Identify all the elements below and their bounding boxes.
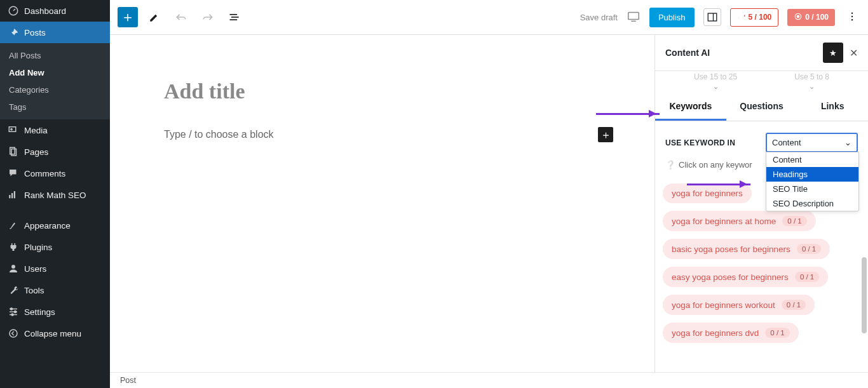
chart-up-icon — [737, 12, 746, 23]
pages-icon — [8, 146, 19, 157]
wrench-icon — [8, 284, 19, 296]
user-icon — [8, 263, 19, 274]
sidebar-item-rank-math[interactable]: Rank Math SEO — [0, 184, 110, 206]
tab-questions[interactable]: Questions — [726, 93, 797, 121]
option-content[interactable]: Content — [766, 152, 858, 167]
settings-toggle-button[interactable] — [703, 8, 721, 26]
publish-button[interactable]: Publish — [649, 8, 695, 27]
keyword-pill[interactable]: yoga for beginners — [663, 184, 752, 203]
block-editor-placeholder[interactable]: Type / to choose a block ＋ — [164, 129, 600, 140]
sidebar-label: Comments — [24, 169, 65, 178]
keyword-location-dropdown: Content Headings SEO Title SEO Descripti… — [766, 152, 859, 211]
option-seo-title[interactable]: SEO Title — [766, 182, 858, 196]
dashboard-icon — [8, 5, 19, 17]
svg-point-12 — [11, 308, 13, 310]
keyword-text: basic yoga poses for beginners — [672, 244, 790, 254]
sidebar-item-posts[interactable]: Posts — [0, 22, 110, 43]
save-draft-button[interactable]: Save draft — [580, 13, 618, 22]
annotation-arrow — [596, 113, 660, 115]
breadcrumb[interactable]: Post — [120, 376, 136, 385]
svg-rect-19 — [628, 12, 639, 19]
svg-point-8 — [11, 265, 15, 269]
brush-icon — [8, 220, 19, 231]
editor-bottom-bar: Post — [110, 372, 868, 388]
media-icon — [8, 124, 19, 136]
sidebar-item-pages[interactable]: Pages — [0, 141, 110, 163]
chevron-down-icon: ⌄ — [844, 138, 851, 147]
tab-keywords[interactable]: Keywords — [655, 93, 726, 121]
chevron-down-icon[interactable]: ⌄ — [794, 83, 829, 91]
undo-button[interactable] — [171, 7, 191, 27]
keyword-location-select[interactable]: Content ⌄ — [766, 133, 858, 152]
sidebar-item-plugins[interactable]: Plugins — [0, 236, 110, 258]
panel-tabs: Keywords Questions Links — [655, 93, 868, 121]
preview-button[interactable] — [627, 10, 641, 25]
sidebar-separator — [0, 206, 110, 215]
scrollbar-thumb[interactable] — [862, 257, 867, 333]
sidebar-item-media[interactable]: Media — [0, 119, 110, 141]
svg-point-25 — [851, 12, 853, 13]
redo-button[interactable] — [198, 7, 218, 27]
svg-rect-7 — [14, 191, 15, 198]
annotation-arrow — [687, 184, 750, 185]
option-seo-description[interactable]: SEO Description — [766, 196, 858, 211]
sidebar-label: Collapse menu — [24, 329, 81, 338]
svg-point-13 — [15, 311, 17, 313]
edit-tool-button[interactable] — [144, 7, 165, 27]
seo-score-pill[interactable]: 5 / 100 — [730, 8, 779, 27]
keyword-pill[interactable]: basic yoga poses for beginners 0 / 1 — [663, 239, 830, 259]
keyword-pill[interactable]: easy yoga poses for beginners 0 / 1 — [663, 267, 828, 287]
svg-rect-5 — [9, 195, 10, 198]
tab-links[interactable]: Links — [797, 93, 868, 121]
sidebar-sub-all-posts[interactable]: All Posts — [0, 47, 110, 64]
sidebar-item-tools[interactable]: Tools — [0, 279, 110, 301]
panel-title: Content AI — [665, 48, 710, 58]
keyword-text: yoga for beginners at home — [672, 217, 776, 226]
keyword-text: yoga for beginners workout — [672, 300, 775, 310]
svg-point-24 — [797, 15, 800, 18]
svg-rect-21 — [708, 13, 717, 21]
sidebar-sub-tags[interactable]: Tags — [0, 98, 110, 116]
content-ai-score-pill[interactable]: 0 / 100 — [787, 9, 835, 26]
keyword-pill[interactable]: yoga for beginners workout 0 / 1 — [663, 295, 815, 315]
sidebar-sub-categories[interactable]: Categories — [0, 81, 110, 98]
sidebar-label: Users — [24, 264, 46, 274]
keyword-pill[interactable]: yoga for beginners at home 0 / 1 — [663, 211, 816, 231]
sidebar-label: Appearance — [24, 221, 71, 231]
sidebar-item-dashboard[interactable]: Dashboard — [0, 0, 110, 22]
add-block-button[interactable]: ＋ — [118, 7, 138, 27]
sidebar-label: Dashboard — [24, 6, 66, 16]
score-value: 5 / 100 — [749, 13, 772, 22]
svg-point-14 — [11, 314, 13, 316]
keyword-count: 0 / 1 — [782, 300, 806, 310]
sidebar-item-users[interactable]: Users — [0, 258, 110, 279]
hint-col: Use 15 to 25 ⌄ — [694, 72, 737, 91]
panel-header: Content AI ★ ✕ — [655, 35, 868, 71]
collapse-icon — [8, 328, 19, 339]
svg-point-2 — [11, 128, 12, 130]
placeholder-text: Type / to choose a block — [164, 129, 274, 140]
option-headings[interactable]: Headings — [766, 167, 858, 182]
keyword-count: 0 / 1 — [765, 328, 789, 338]
hint-text: Click on any keywor — [679, 160, 752, 170]
outline-button[interactable] — [224, 7, 245, 27]
sidebar-label: Pages — [24, 147, 48, 157]
sidebar-item-settings[interactable]: Settings — [0, 301, 110, 323]
sidebar-sub-add-new[interactable]: Add New — [0, 64, 110, 81]
sidebar-item-collapse[interactable]: Collapse menu — [0, 323, 110, 344]
sidebar-item-comments[interactable]: Comments — [0, 163, 110, 184]
close-panel-button[interactable]: ✕ — [850, 47, 858, 59]
chevron-down-icon[interactable]: ⌄ — [694, 83, 737, 91]
sliders-icon — [8, 306, 19, 318]
keyword-pill[interactable]: yoga for beginners dvd 0 / 1 — [663, 323, 799, 343]
post-title-input[interactable]: Add title — [164, 79, 600, 104]
sidebar-item-appearance[interactable]: Appearance — [0, 215, 110, 236]
panel-scrollbar[interactable] — [859, 35, 868, 372]
editor-top-toolbar: ＋ Save draft Publish 5 / 100 0 / 100 — [110, 0, 868, 35]
more-options-button[interactable] — [844, 8, 860, 27]
editor-canvas: Add title Type / to choose a block ＋ — [110, 35, 654, 372]
content-ai-panel: Content AI ★ ✕ Use 15 to 25 ⌄ Use 5 to 8… — [654, 35, 868, 372]
favorite-button[interactable]: ★ — [823, 43, 843, 63]
hint-text: Use 15 to 25 — [694, 72, 737, 81]
add-block-inline-button[interactable]: ＋ — [598, 127, 613, 142]
